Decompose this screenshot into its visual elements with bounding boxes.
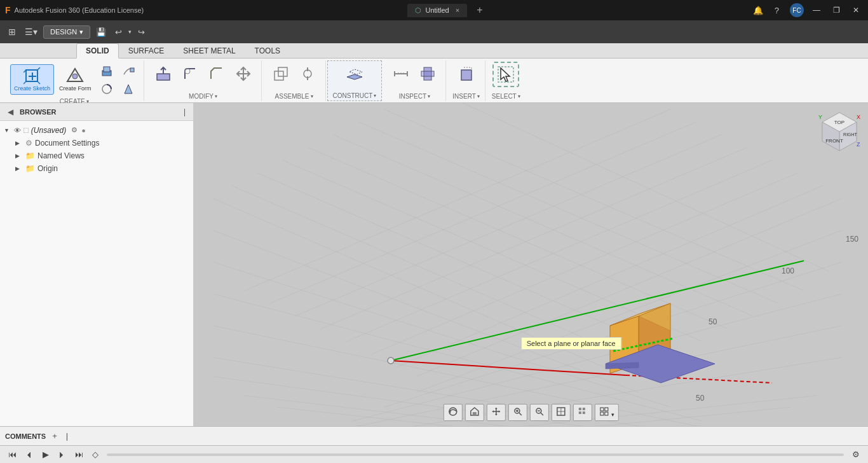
design-workspace-button[interactable]: DESIGN ▾	[43, 25, 90, 39]
zoom-fit-button[interactable]	[508, 404, 527, 421]
document-tab[interactable]: ⬡ Untitled ×	[407, 4, 467, 17]
fillet-button[interactable]	[177, 62, 203, 86]
ribbon-group-inspect: INSPECT ▾	[383, 60, 446, 101]
timeline-settings-button[interactable]: ⚙	[849, 448, 863, 460]
namedviews-expand-arrow[interactable]: ▶	[15, 153, 23, 159]
browser-panel: ◀ BROWSER | ▼ 👁 □ (Unsaved) ⚙ ● ▶ ⚙ Docu…	[0, 103, 194, 426]
create-sketch-button[interactable]: Create Sketch	[10, 64, 54, 95]
tab-solid[interactable]: SOLID	[76, 43, 119, 59]
chamfer-button[interactable]	[204, 62, 229, 86]
root-expand-arrow[interactable]: ▼	[4, 127, 11, 134]
create-form-icon	[66, 67, 84, 85]
select-group-label[interactable]: SELECT ▾	[492, 93, 520, 100]
section-analysis-button[interactable]	[415, 62, 440, 86]
grid-menu-button[interactable]: ⊞	[5, 25, 19, 39]
extrude-icon	[100, 64, 114, 78]
insert-mesh-button[interactable]	[454, 62, 479, 86]
comments-panel-button[interactable]: |	[64, 430, 71, 442]
press-pull-icon	[154, 65, 172, 83]
close-button[interactable]: ✕	[849, 4, 863, 16]
tab-icon: ⬡	[415, 6, 421, 15]
quick-access-bar: ⊞ ☰▾ DESIGN ▾ 💾 ↩ ▾ ↪	[0, 20, 868, 43]
undo-button[interactable]: ↩	[112, 25, 125, 39]
svg-rect-10	[104, 67, 110, 72]
add-tab-button[interactable]: +	[473, 3, 485, 18]
hamburger-menu-button[interactable]: ☰▾	[22, 25, 41, 39]
construct-group-label[interactable]: CONSTRUCT ▾	[333, 92, 377, 99]
tab-surface[interactable]: SURFACE	[119, 43, 174, 58]
tab-label: Untitled	[425, 6, 449, 14]
move-button[interactable]	[231, 62, 256, 86]
svg-line-101	[519, 413, 521, 415]
svg-rect-99	[472, 412, 476, 415]
pan-button[interactable]	[486, 404, 505, 421]
nav-cube[interactable]: TOP FRONT RIGHT X Y Z	[817, 109, 862, 154]
measure-button[interactable]	[388, 62, 414, 86]
zoom-window-button[interactable]	[529, 404, 548, 421]
browser-panel-button[interactable]: |	[181, 107, 188, 117]
tree-item-root[interactable]: ▼ 👁 □ (Unsaved) ⚙ ●	[0, 123, 193, 137]
svg-marker-84	[606, 363, 639, 369]
display-mode-button[interactable]	[551, 404, 570, 421]
svg-rect-12	[130, 68, 134, 72]
viewport-controls: ▾	[443, 404, 618, 421]
help-button[interactable]: ?	[771, 4, 782, 17]
tree-item-origin[interactable]: ▶ 📁 Origin	[0, 162, 193, 175]
select-button[interactable]	[492, 62, 519, 87]
tab-close-icon[interactable]: ×	[456, 6, 459, 14]
redo-button[interactable]: ↪	[135, 25, 148, 39]
undo-arrow-button[interactable]: ▾	[128, 29, 132, 35]
extrude-button[interactable]	[97, 62, 117, 79]
more-options-button[interactable]: ▾	[594, 404, 618, 421]
tree-item-doc-settings[interactable]: ▶ ⚙ Document Settings	[0, 137, 193, 149]
root-radio-icon[interactable]: ●	[81, 127, 86, 134]
press-pull-button[interactable]	[151, 62, 176, 86]
ribbon-group-create: Create Sketch Create Form	[5, 60, 144, 101]
orbit-button[interactable]	[443, 404, 462, 421]
user-avatar[interactable]: FC	[790, 3, 804, 17]
browser-collapse-button[interactable]: ◀	[5, 107, 16, 117]
svg-text:Y: Y	[818, 114, 822, 120]
viewport[interactable]: 100 50 50 100 150 200 200 150	[194, 103, 868, 426]
timeline-marker-button[interactable]: ◇	[89, 448, 102, 460]
modify-group-label[interactable]: MODIFY ▾	[189, 93, 217, 100]
svg-marker-22	[349, 69, 362, 74]
svg-text:X: X	[857, 114, 860, 120]
svg-rect-111	[582, 411, 585, 414]
maximize-button[interactable]: ❐	[829, 4, 844, 16]
notifications-button[interactable]: 🔔	[750, 4, 766, 17]
minimize-button[interactable]: —	[809, 4, 824, 16]
root-settings-icon[interactable]: ⚙	[71, 126, 78, 134]
new-component-button[interactable]	[268, 62, 294, 86]
timeline-end-button[interactable]: ⏭	[72, 448, 86, 460]
insert-buttons	[454, 62, 479, 86]
tab-tools[interactable]: TOOLS	[245, 43, 290, 58]
construct-buttons	[342, 62, 367, 86]
grid-toggle-button[interactable]	[573, 404, 592, 421]
revolve-button[interactable]	[97, 80, 117, 98]
timeline-next-button[interactable]: ⏵	[55, 448, 69, 460]
fillet-icon	[181, 65, 199, 83]
root-visibility-icon[interactable]: 👁	[14, 127, 21, 134]
insert-group-label[interactable]: INSERT ▾	[452, 93, 480, 100]
save-button[interactable]: 💾	[93, 25, 109, 39]
modify-buttons	[151, 62, 256, 86]
timeline-play-button[interactable]: ▶	[39, 448, 52, 460]
docsettings-expand-arrow[interactable]: ▶	[15, 140, 23, 146]
origin-expand-arrow[interactable]: ▶	[15, 165, 23, 172]
home-view-button[interactable]	[465, 404, 484, 421]
create-form-label: Create Form	[59, 85, 92, 92]
create-form-button[interactable]: Create Form	[55, 64, 95, 95]
inspect-group-label[interactable]: INSPECT ▾	[399, 93, 430, 100]
sweep-button[interactable]	[118, 62, 139, 79]
timeline-rewind-button[interactable]: ⏮	[5, 448, 20, 460]
timeline-prev-button[interactable]: ⏴	[22, 448, 37, 460]
offset-plane-button[interactable]	[342, 62, 367, 86]
joint-button[interactable]	[295, 62, 320, 86]
tree-item-named-views[interactable]: ▶ 📁 Named Views	[0, 149, 193, 162]
browser-header-buttons: |	[181, 107, 188, 117]
assemble-group-label[interactable]: ASSEMBLE ▾	[275, 93, 313, 100]
add-comment-button[interactable]: +	[50, 430, 60, 442]
tab-sheet-metal[interactable]: SHEET METAL	[173, 43, 245, 58]
loft-button[interactable]	[118, 80, 139, 98]
